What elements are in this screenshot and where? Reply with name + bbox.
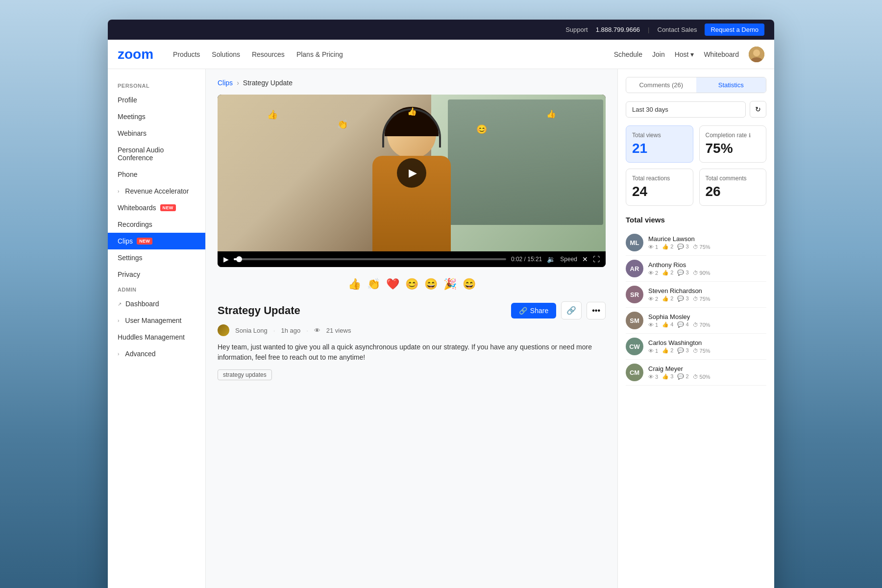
- reaction-clap[interactable]: 👏: [367, 278, 380, 291]
- viewer-stats: 👁 2 👍 2 💬 3 ⏱ 75%: [648, 295, 766, 302]
- time-display: 0:02 / 15:21: [511, 256, 542, 263]
- tab-statistics[interactable]: Statistics: [696, 77, 766, 93]
- viewer-avatar: ML: [626, 234, 643, 251]
- video-tag[interactable]: strategy updates: [218, 369, 272, 380]
- reaction-spin[interactable]: 😄: [463, 278, 476, 291]
- viewer-avatar: SM: [626, 312, 643, 329]
- author-avatar: [218, 324, 229, 336]
- sidebar-item-settings[interactable]: Settings: [108, 249, 205, 266]
- main-layout: PERSONAL Profile Meetings Webinars Perso…: [108, 69, 774, 588]
- date-select[interactable]: Last 30 days Last 7 days Last 90 days Al…: [626, 101, 746, 118]
- sidebar-item-huddles[interactable]: Huddles Management: [108, 329, 205, 345]
- viewer-avatar: CM: [626, 364, 643, 381]
- completion-stat: ⏱ 70%: [693, 321, 710, 328]
- contact-sales-link[interactable]: Contact Sales: [658, 26, 697, 33]
- completion-stat: ⏱ 90%: [693, 270, 710, 276]
- sidebar-item-revenue[interactable]: › Revenue Accelerator: [108, 183, 205, 199]
- video-thumbnail[interactable]: 👍 👏 👍 😊 👍 ▶: [218, 95, 606, 251]
- control-play-button[interactable]: ▶: [223, 255, 229, 263]
- sidebar-item-dashboard[interactable]: ↗ Dashboard: [108, 295, 205, 312]
- sidebar-item-personal-audio[interactable]: Personal Audio Conference: [108, 142, 205, 166]
- viewer-info: Steven Richardson 👁 2 👍 2 💬 3 ⏱ 75%: [648, 287, 766, 302]
- share-button[interactable]: 🔗 Share: [511, 303, 556, 318]
- sidebar-item-meetings[interactable]: Meetings: [108, 108, 205, 125]
- nav-products[interactable]: Products: [173, 50, 200, 58]
- tab-comments[interactable]: Comments (26): [626, 77, 696, 93]
- reactions-stat: 👍 2: [662, 244, 673, 250]
- reaction-heart[interactable]: ❤️: [386, 278, 399, 291]
- sidebar-item-recordings[interactable]: Recordings: [108, 216, 205, 233]
- sidebar-item-whiteboards[interactable]: Whiteboards NEW: [108, 199, 205, 216]
- viewer-stats: 👁 1 👍 2 💬 3 ⏱ 75%: [648, 244, 766, 250]
- reactions-stat: 👍 4: [662, 321, 673, 328]
- sidebar-item-clips[interactable]: Clips NEW: [108, 233, 205, 249]
- external-link-icon: ↗: [118, 301, 122, 307]
- meetings-label: Meetings: [118, 113, 146, 121]
- nav-solutions[interactable]: Solutions: [212, 50, 240, 58]
- sidebar: PERSONAL Profile Meetings Webinars Perso…: [108, 69, 206, 588]
- chevron-icon: ›: [118, 189, 119, 194]
- close-control[interactable]: ✕: [582, 255, 588, 263]
- refresh-button[interactable]: ↻: [750, 101, 766, 118]
- reactions-stat: 👍 3: [662, 373, 673, 380]
- viewer-info: Maurice Lawson 👁 1 👍 2 💬 3 ⏱ 75%: [648, 235, 766, 250]
- stats-grid: Total views 21 Completion rate ℹ 75% Tot…: [626, 125, 766, 206]
- link-button[interactable]: 🔗: [561, 301, 582, 319]
- personal-section-label: PERSONAL: [108, 79, 205, 92]
- video-title-row: Strategy Update 🔗 Share 🔗 •••: [218, 301, 606, 319]
- viewer-name: Craig Meyer: [648, 365, 766, 372]
- breadcrumb-current: Strategy Update: [243, 79, 293, 87]
- nav-join[interactable]: Join: [652, 50, 665, 58]
- completion-stat: ⏱ 75%: [693, 347, 710, 354]
- progress-bar[interactable]: [234, 258, 506, 260]
- total-reactions-label: Total reactions: [632, 175, 687, 182]
- video-info: Strategy Update 🔗 Share 🔗 ••• Sonia Long…: [218, 295, 606, 386]
- viewer-info: Craig Meyer 👁 3 👍 3 💬 2 ⏱ 50%: [648, 365, 766, 380]
- sidebar-item-advanced[interactable]: › Advanced: [108, 345, 205, 362]
- nav-plans-pricing[interactable]: Plans & Pricing: [296, 50, 343, 58]
- advanced-label: Advanced: [125, 350, 155, 358]
- speed-control[interactable]: Speed: [560, 256, 577, 263]
- nav-host[interactable]: Host ▾: [675, 50, 694, 58]
- content-area: Clips › Strategy Update: [206, 69, 617, 588]
- views-stat: 👁 1: [648, 347, 658, 354]
- sidebar-item-phone[interactable]: Phone: [108, 166, 205, 183]
- user-avatar[interactable]: [749, 47, 764, 62]
- volume-icon[interactable]: 🔉: [547, 255, 555, 263]
- total-views-card: Total views 21: [626, 125, 693, 163]
- sidebar-item-profile[interactable]: Profile: [108, 92, 205, 108]
- chevron-icon: ›: [118, 351, 119, 357]
- support-phone[interactable]: 1.888.799.9666: [596, 26, 640, 33]
- total-comments-card: Total comments 26: [699, 169, 767, 206]
- completion-rate-card: Completion rate ℹ 75%: [699, 125, 767, 163]
- views-stat: 👁 3: [648, 373, 658, 380]
- more-button[interactable]: •••: [587, 302, 606, 319]
- total-reactions-card: Total reactions 24: [626, 169, 693, 206]
- sidebar-item-webinars[interactable]: Webinars: [108, 125, 205, 142]
- reaction-laugh[interactable]: 😄: [424, 278, 438, 291]
- fullscreen-button[interactable]: ⛶: [593, 255, 600, 263]
- nav-resources[interactable]: Resources: [252, 50, 285, 58]
- play-icon: ▶: [409, 167, 417, 179]
- video-container: 👍 👏 👍 😊 👍 ▶ ▶ 0:: [218, 95, 606, 267]
- zoom-logo[interactable]: zoom: [118, 47, 153, 62]
- support-label: Support: [565, 26, 588, 33]
- dashboard-label: Dashboard: [125, 300, 159, 308]
- reactions-stat: 👍 2: [662, 270, 673, 276]
- video-actions: 🔗 Share 🔗 •••: [511, 301, 606, 319]
- reaction-smiley[interactable]: 😊: [405, 278, 418, 291]
- reaction-party[interactable]: 🎉: [443, 278, 457, 291]
- breadcrumb-clips[interactable]: Clips: [218, 79, 233, 87]
- reaction-thumbsup[interactable]: 👍: [348, 278, 361, 291]
- sidebar-item-privacy[interactable]: Privacy: [108, 266, 205, 283]
- request-demo-button[interactable]: Request a Demo: [705, 24, 764, 36]
- nav-schedule[interactable]: Schedule: [614, 50, 642, 58]
- sidebar-item-user-management[interactable]: › User Management: [108, 312, 205, 329]
- viewer-name: Anthony Rios: [648, 261, 766, 269]
- phone-label: Phone: [118, 171, 137, 178]
- play-button[interactable]: ▶: [397, 158, 426, 188]
- total-views-label: Total views: [632, 132, 687, 139]
- nav-whiteboard[interactable]: Whiteboard: [704, 50, 739, 58]
- total-views-value: 21: [632, 141, 687, 156]
- total-reactions-value: 24: [632, 184, 687, 199]
